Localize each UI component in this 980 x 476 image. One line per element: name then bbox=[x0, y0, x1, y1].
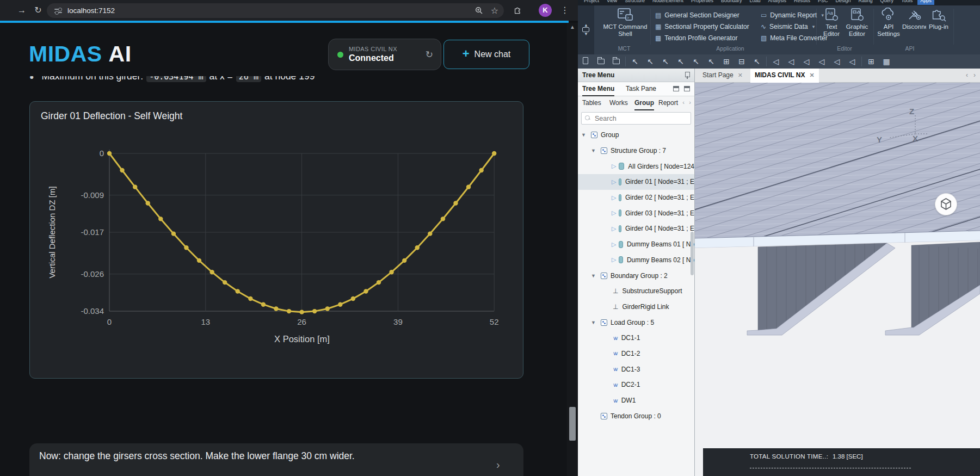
rotate-left-tool-icon[interactable]: ◁ bbox=[799, 57, 814, 66]
scroll-up-arrow-icon[interactable]: ▲ bbox=[567, 24, 578, 30]
menu-item-project[interactable]: Project bbox=[581, 0, 602, 5]
caret-down-icon[interactable]: ▼ bbox=[581, 132, 587, 138]
window-split-icon[interactable]: ⊞ bbox=[864, 57, 879, 66]
menu-item-rating[interactable]: Rating bbox=[856, 0, 876, 5]
menu-item-apps[interactable]: Apps bbox=[917, 0, 934, 5]
select-identity-icon[interactable]: ↖ bbox=[627, 57, 643, 66]
tree-item-girder-04[interactable]: ▷Girder 04 [ Node=31 ; E bbox=[578, 221, 694, 237]
data-point[interactable] bbox=[351, 296, 355, 301]
general-section-designer-button[interactable]: ▤General Section Designer bbox=[655, 10, 739, 21]
subtab-prev-arrow-icon[interactable]: ‹ bbox=[682, 99, 685, 106]
data-point[interactable] bbox=[325, 306, 330, 311]
subtab-next-arrow-icon[interactable]: › bbox=[689, 99, 691, 106]
grid-view-icon[interactable]: ▦ bbox=[879, 57, 894, 66]
caret-down-icon[interactable]: ▼ bbox=[591, 148, 596, 153]
tree-item-girder-rigid-link[interactable]: ⊥GirderRigid Link bbox=[578, 299, 694, 315]
sectional-property-calculator-button[interactable]: ▦Sectional Property Calculator bbox=[655, 21, 749, 32]
refresh-connection-icon[interactable]: ↻ bbox=[426, 49, 433, 60]
meta-file-converter-button[interactable]: ▧Meta File Converter bbox=[761, 33, 828, 44]
panel-caption[interactable]: Tree Menu bbox=[578, 69, 694, 82]
select-single-icon[interactable]: ↖ bbox=[643, 57, 658, 66]
data-point[interactable] bbox=[107, 151, 112, 156]
zoom-window-tool-icon[interactable]: ◁ bbox=[768, 57, 784, 66]
data-point[interactable] bbox=[274, 306, 278, 311]
menu-item-structure[interactable]: Structure bbox=[622, 0, 648, 5]
data-point[interactable] bbox=[171, 231, 176, 236]
pin-icon[interactable] bbox=[685, 72, 690, 79]
data-point[interactable] bbox=[312, 309, 317, 313]
tree-item-group-root[interactable]: ▼Group bbox=[578, 127, 694, 143]
site-info-icon[interactable] bbox=[54, 8, 62, 14]
url-text[interactable]: localhost:7152 bbox=[67, 7, 115, 15]
zoom-fit-tool-icon[interactable]: ◁ bbox=[784, 57, 799, 66]
tree-item-tendon-group[interactable]: Tendon Group : 0 bbox=[578, 408, 694, 424]
browser-menu-kebab-icon[interactable]: ⋮ bbox=[557, 0, 572, 21]
data-point[interactable] bbox=[146, 201, 150, 205]
tree-item-girder-03[interactable]: ▷Girder 03 [ Node=31 ; E bbox=[578, 205, 694, 221]
data-point[interactable] bbox=[466, 184, 471, 189]
data-point[interactable] bbox=[441, 217, 445, 221]
dock-panel-icon[interactable]: ▲▼ bbox=[582, 24, 590, 36]
close-icon[interactable]: ✕ bbox=[738, 72, 743, 78]
unselect-free-icon[interactable]: ↖ bbox=[749, 57, 765, 66]
menu-item-properties[interactable]: Properties bbox=[688, 0, 716, 5]
data-point[interactable] bbox=[338, 302, 342, 307]
caret-down-icon[interactable]: ▼ bbox=[591, 320, 596, 325]
menu-item-node-element[interactable]: Node/Element bbox=[650, 0, 686, 5]
data-point[interactable] bbox=[133, 184, 137, 189]
zoom-icon[interactable] bbox=[475, 7, 483, 15]
data-point[interactable] bbox=[492, 151, 496, 156]
tab-task-pane[interactable]: Task Pane bbox=[626, 82, 656, 95]
unselect-window-icon[interactable]: ⊟ bbox=[734, 57, 749, 66]
subtab-works[interactable]: Works bbox=[609, 96, 628, 109]
view-point-tool-icon[interactable]: ◁ bbox=[845, 57, 860, 66]
scrollbar-thumb[interactable] bbox=[569, 407, 576, 441]
disconnect-button[interactable]: Disconnect bbox=[902, 8, 926, 30]
tab-start-page[interactable]: Start Page✕ bbox=[698, 69, 747, 83]
menu-item-query[interactable]: Query bbox=[878, 0, 897, 5]
window-dock-icon[interactable] bbox=[673, 86, 679, 91]
select-window-icon[interactable]: ↖ bbox=[658, 57, 673, 66]
tab-midas-civil-nx[interactable]: MIDAS CIVIL NX✕ bbox=[750, 69, 819, 83]
deflection-line-chart[interactable]: 0-0.009-0.017-0.026-0.034013263952X Posi… bbox=[36, 128, 517, 352]
text-editor-button[interactable]: Aa Text Editor bbox=[819, 8, 843, 38]
subtab-tables[interactable]: Tables bbox=[582, 96, 601, 109]
data-point[interactable] bbox=[402, 258, 406, 263]
data-point[interactable] bbox=[453, 201, 458, 205]
menu-item-design[interactable]: Design bbox=[833, 0, 854, 5]
select-polygon-icon[interactable]: ↖ bbox=[673, 57, 688, 66]
view-cube-button[interactable] bbox=[935, 193, 957, 215]
tab-scroll-left-icon[interactable]: ‹ bbox=[966, 71, 968, 79]
bookmark-star-icon[interactable]: ☆ bbox=[491, 5, 498, 16]
search-input[interactable] bbox=[595, 113, 687, 123]
select-plane-icon[interactable]: ↖ bbox=[704, 57, 719, 66]
tree-item-dc1-1[interactable]: ∨∨DC1-1 bbox=[578, 330, 694, 346]
tree-scrollbar-thumb[interactable] bbox=[691, 232, 694, 275]
address-bar[interactable]: localhost:7152 ☆ bbox=[47, 3, 504, 18]
tree-item-girder-02[interactable]: ▷Girder 02 [ Node=31 ; E bbox=[578, 190, 694, 206]
tree-item-dc2-1[interactable]: ∨∨DC2-1 bbox=[578, 377, 694, 393]
forward-icon[interactable]: → bbox=[14, 0, 29, 21]
plugin-button[interactable]: Plug-in bbox=[927, 8, 951, 30]
tree-item-all-girders[interactable]: ▷All Girders [ Node=124 bbox=[578, 158, 694, 174]
data-point[interactable] bbox=[248, 296, 252, 301]
tree-item-girder-01[interactable]: ▷Girder 01 [ Node=31 ; E bbox=[578, 174, 694, 190]
subtab-report[interactable]: Report bbox=[658, 96, 678, 109]
tree-item-dummy-beams-01[interactable]: ▷Dummy Beams 01 [ No bbox=[578, 237, 694, 252]
data-point[interactable] bbox=[120, 168, 124, 172]
api-settings-button[interactable]: API Settings bbox=[876, 8, 901, 38]
caret-down-icon[interactable]: ▼ bbox=[591, 273, 596, 279]
data-point[interactable] bbox=[184, 245, 188, 250]
data-point[interactable] bbox=[223, 280, 227, 285]
data-point[interactable] bbox=[428, 231, 432, 236]
menu-item-load[interactable]: Load bbox=[747, 0, 763, 5]
model-viewport-3d[interactable]: Z Y X TOTAL SOLUTION TIME..: 1.38 [SEC] bbox=[695, 83, 980, 476]
data-point[interactable] bbox=[235, 289, 239, 293]
dynamic-report-button[interactable]: ▭Dynamic Report▾ bbox=[761, 10, 824, 21]
data-point[interactable] bbox=[261, 302, 266, 307]
tree-item-boundary-group[interactable]: ▼Boundary Group : 2 bbox=[578, 268, 694, 283]
data-point[interactable] bbox=[287, 309, 291, 313]
menu-item-boundary[interactable]: Boundary bbox=[718, 0, 745, 5]
subtab-group[interactable]: Group bbox=[634, 96, 654, 110]
tree-search-box[interactable] bbox=[581, 112, 691, 125]
